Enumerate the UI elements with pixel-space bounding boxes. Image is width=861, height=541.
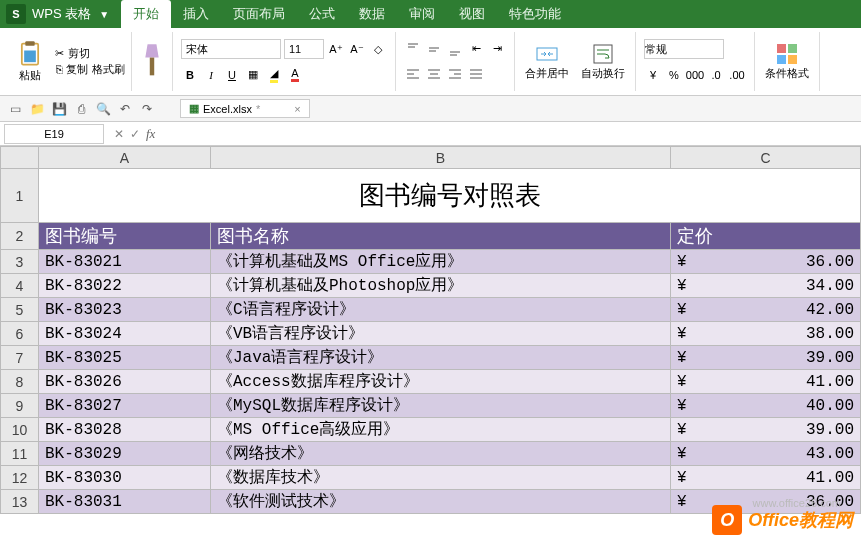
code-cell[interactable]: BK-83026 xyxy=(39,370,211,394)
row-header[interactable]: 12 xyxy=(1,466,39,490)
conditional-format-button[interactable]: 条件格式 xyxy=(761,40,813,83)
row-header[interactable]: 4 xyxy=(1,274,39,298)
row-header[interactable]: 8 xyxy=(1,370,39,394)
underline-button[interactable]: U xyxy=(223,66,241,84)
name-cell[interactable]: 《VB语言程序设计》 xyxy=(211,322,671,346)
increase-decimal-button[interactable]: .0 xyxy=(707,66,725,84)
align-middle-button[interactable] xyxy=(425,40,443,58)
decrease-decimal-button[interactable]: .00 xyxy=(728,66,746,84)
code-cell[interactable]: BK-83028 xyxy=(39,418,211,442)
format-painter-button[interactable]: 格式刷 xyxy=(92,62,125,77)
bold-button[interactable]: B xyxy=(181,66,199,84)
price-cell[interactable]: ¥41.00 xyxy=(671,466,861,490)
save-button[interactable]: 💾 xyxy=(50,100,68,118)
format-brush-icon[interactable] xyxy=(138,42,166,82)
clear-format-button[interactable]: ◇ xyxy=(369,40,387,58)
increase-font-button[interactable]: A⁺ xyxy=(327,40,345,58)
tab-review[interactable]: 审阅 xyxy=(397,0,447,28)
tab-home[interactable]: 开始 xyxy=(121,0,171,28)
price-cell[interactable]: ¥38.00 xyxy=(671,322,861,346)
tab-insert[interactable]: 插入 xyxy=(171,0,221,28)
name-box[interactable] xyxy=(4,124,104,144)
column-header-c[interactable]: C xyxy=(671,147,861,169)
merge-center-button[interactable]: 合并居中 xyxy=(521,40,573,83)
workbook-tab[interactable]: ▦ Excel.xlsx * × xyxy=(180,99,310,118)
print-preview-button[interactable]: 🔍 xyxy=(94,100,112,118)
new-file-button[interactable]: ▭ xyxy=(6,100,24,118)
spreadsheet-grid[interactable]: A B C 1 图书编号对照表 2 图书编号 图书名称 定价 3BK-83021… xyxy=(0,146,861,514)
name-cell[interactable]: 《C语言程序设计》 xyxy=(211,298,671,322)
app-menu-dropdown[interactable]: ▼ xyxy=(99,9,109,20)
name-cell[interactable]: 《计算机基础及Photoshop应用》 xyxy=(211,274,671,298)
row-header[interactable]: 10 xyxy=(1,418,39,442)
decrease-font-button[interactable]: A⁻ xyxy=(348,40,366,58)
print-button[interactable]: ⎙ xyxy=(72,100,90,118)
align-justify-button[interactable] xyxy=(467,65,485,83)
code-cell[interactable]: BK-83025 xyxy=(39,346,211,370)
name-cell[interactable]: 《计算机基础及MS Office应用》 xyxy=(211,250,671,274)
align-top-button[interactable] xyxy=(404,40,422,58)
tab-formulas[interactable]: 公式 xyxy=(297,0,347,28)
column-header-b[interactable]: B xyxy=(211,147,671,169)
percent-button[interactable]: % xyxy=(665,66,683,84)
row-header[interactable]: 5 xyxy=(1,298,39,322)
row-header[interactable]: 1 xyxy=(1,169,39,223)
font-name-select[interactable] xyxy=(181,39,281,59)
copy-button[interactable]: ⎘复制 xyxy=(52,62,88,77)
code-cell[interactable]: BK-83029 xyxy=(39,442,211,466)
price-cell[interactable]: ¥36.00 xyxy=(671,250,861,274)
tab-special[interactable]: 特色功能 xyxy=(497,0,573,28)
paste-button[interactable]: 粘贴 xyxy=(12,38,48,85)
cut-button[interactable]: ✂ 剪切 xyxy=(52,46,125,61)
header-price[interactable]: 定价 xyxy=(671,223,861,250)
tab-view[interactable]: 视图 xyxy=(447,0,497,28)
font-color-button[interactable]: A xyxy=(286,66,304,84)
code-cell[interactable]: BK-83031 xyxy=(39,490,211,514)
close-tab-button[interactable]: × xyxy=(294,103,300,115)
name-cell[interactable]: 《Access数据库程序设计》 xyxy=(211,370,671,394)
column-header-a[interactable]: A xyxy=(39,147,211,169)
row-header[interactable]: 3 xyxy=(1,250,39,274)
price-cell[interactable]: ¥40.00 xyxy=(671,394,861,418)
price-cell[interactable]: ¥34.00 xyxy=(671,274,861,298)
tab-data[interactable]: 数据 xyxy=(347,0,397,28)
row-header[interactable]: 13 xyxy=(1,490,39,514)
name-cell[interactable]: 《MS Office高级应用》 xyxy=(211,418,671,442)
name-cell[interactable]: 《Java语言程序设计》 xyxy=(211,346,671,370)
indent-increase-button[interactable]: ⇥ xyxy=(488,40,506,58)
row-header[interactable]: 11 xyxy=(1,442,39,466)
row-header[interactable]: 9 xyxy=(1,394,39,418)
price-cell[interactable]: ¥39.00 xyxy=(671,346,861,370)
price-cell[interactable]: ¥39.00 xyxy=(671,418,861,442)
redo-button[interactable]: ↷ xyxy=(138,100,156,118)
confirm-edit-button[interactable]: ✓ xyxy=(130,127,140,141)
price-cell[interactable]: ¥42.00 xyxy=(671,298,861,322)
row-header[interactable]: 6 xyxy=(1,322,39,346)
open-file-button[interactable]: 📁 xyxy=(28,100,46,118)
name-cell[interactable]: 《软件测试技术》 xyxy=(211,490,671,514)
insert-function-button[interactable]: fx xyxy=(146,126,155,142)
sheet-title-cell[interactable]: 图书编号对照表 xyxy=(39,169,861,223)
italic-button[interactable]: I xyxy=(202,66,220,84)
name-cell[interactable]: 《MySQL数据库程序设计》 xyxy=(211,394,671,418)
code-cell[interactable]: BK-83021 xyxy=(39,250,211,274)
code-cell[interactable]: BK-83030 xyxy=(39,466,211,490)
align-left-button[interactable] xyxy=(404,65,422,83)
code-cell[interactable]: BK-83022 xyxy=(39,274,211,298)
comma-button[interactable]: 000 xyxy=(686,66,704,84)
fill-color-button[interactable]: ◢ xyxy=(265,66,283,84)
border-button[interactable]: ▦ xyxy=(244,66,262,84)
price-cell[interactable]: ¥41.00 xyxy=(671,370,861,394)
row-header[interactable]: 2 xyxy=(1,223,39,250)
font-size-select[interactable] xyxy=(284,39,324,59)
name-cell[interactable]: 《数据库技术》 xyxy=(211,466,671,490)
number-format-select[interactable] xyxy=(644,39,724,59)
code-cell[interactable]: BK-83023 xyxy=(39,298,211,322)
formula-input[interactable] xyxy=(161,124,861,144)
row-header[interactable]: 7 xyxy=(1,346,39,370)
wrap-text-button[interactable]: 自动换行 xyxy=(577,40,629,83)
cancel-edit-button[interactable]: ✕ xyxy=(114,127,124,141)
indent-decrease-button[interactable]: ⇤ xyxy=(467,40,485,58)
align-right-button[interactable] xyxy=(446,65,464,83)
align-bottom-button[interactable] xyxy=(446,40,464,58)
